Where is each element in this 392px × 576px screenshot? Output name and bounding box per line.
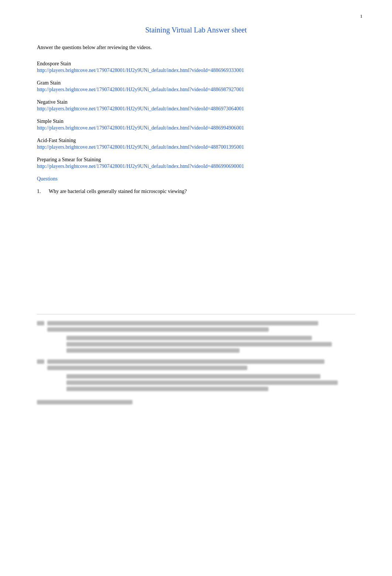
endospore-stain-section: Endospore Stain http://players.brightcov… bbox=[37, 61, 355, 73]
acid-fast-stain-link[interactable]: http://players.brightcove.net/1790742800… bbox=[37, 144, 355, 150]
endospore-stain-label: Endospore Stain bbox=[37, 61, 355, 67]
page-number: 1 bbox=[360, 13, 363, 19]
footer-blurred-line bbox=[37, 400, 355, 404]
acid-fast-stain-label: Acid-Fast Staining bbox=[37, 138, 355, 144]
gram-stain-section: Gram Stain http://players.brightcove.net… bbox=[37, 80, 355, 93]
simple-stain-label: Simple Stain bbox=[37, 118, 355, 124]
question-1-answer-space bbox=[37, 200, 355, 255]
smear-stain-label: Preparing a Smear for Staining bbox=[37, 157, 355, 163]
simple-stain-section: Simple Stain http://players.brightcove.n… bbox=[37, 118, 355, 131]
question-1: 1. Why are bacterial cells generally sta… bbox=[37, 189, 355, 194]
page-title: Staining Virtual Lab Answer sheet bbox=[37, 26, 355, 34]
page-container: 1 Staining Virtual Lab Answer sheet Answ… bbox=[0, 0, 392, 576]
smear-stain-section: Preparing a Smear for Staining http://pl… bbox=[37, 157, 355, 169]
simple-stain-link[interactable]: http://players.brightcove.net/1790742800… bbox=[37, 125, 355, 131]
negative-stain-label: Negative Stain bbox=[37, 99, 355, 105]
acid-fast-stain-section: Acid-Fast Staining http://players.bright… bbox=[37, 138, 355, 150]
intro-text: Answer the questions below after reviewi… bbox=[37, 45, 355, 51]
negative-stain-section: Negative Stain http://players.brightcove… bbox=[37, 99, 355, 112]
gram-stain-link[interactable]: http://players.brightcove.net/1790742800… bbox=[37, 87, 355, 93]
question-3-block bbox=[37, 359, 355, 391]
gram-stain-label: Gram Stain bbox=[37, 80, 355, 86]
smear-stain-link[interactable]: http://players.brightcove.net/1790742800… bbox=[37, 163, 355, 169]
questions-heading: Questions bbox=[37, 176, 355, 182]
answer-divider bbox=[37, 314, 355, 314]
question-1-text: Why are bacterial cells generally staine… bbox=[49, 189, 187, 194]
endospore-stain-link[interactable]: http://players.brightcove.net/1790742800… bbox=[37, 68, 355, 73]
question-1-number: 1. bbox=[37, 189, 46, 194]
negative-stain-link[interactable]: http://players.brightcove.net/1790742800… bbox=[37, 106, 355, 112]
question-2-block bbox=[37, 321, 355, 353]
